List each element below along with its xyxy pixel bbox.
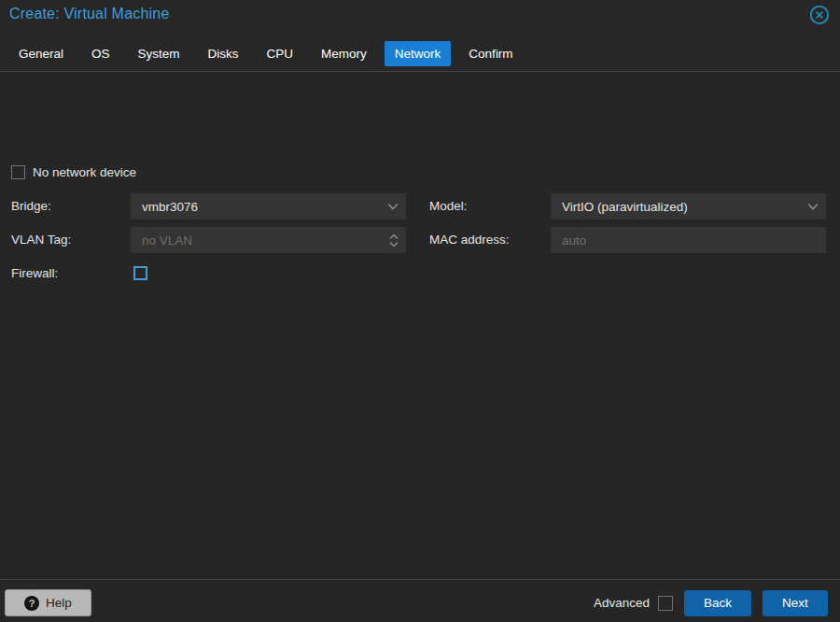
create-vm-dialog: Create: Virtual Machine General OS Syste… xyxy=(0,0,840,622)
bridge-label: Bridge: xyxy=(11,193,51,219)
close-icon[interactable] xyxy=(809,5,830,25)
question-mark-icon: ? xyxy=(24,596,39,611)
vlan-tag-input[interactable] xyxy=(131,227,383,253)
dialog-title: Create: Virtual Machine xyxy=(9,6,170,22)
tab-disks[interactable]: Disks xyxy=(198,41,249,66)
vlan-tag-spinner xyxy=(131,227,406,253)
footer-actions: Advanced Back Next xyxy=(594,589,828,616)
firewall-label: Firewall: xyxy=(11,261,58,287)
dialog-footer: ? Help Advanced Back Next xyxy=(0,579,840,622)
tab-confirm[interactable]: Confirm xyxy=(458,41,523,66)
model-value: VirtIO (paravirtualized) xyxy=(551,200,800,214)
mac-address-field xyxy=(551,227,826,253)
advanced-label: Advanced xyxy=(594,596,650,610)
advanced-checkbox[interactable] xyxy=(658,596,673,611)
back-button[interactable]: Back xyxy=(684,590,751,616)
dialog-titlebar: Create: Virtual Machine xyxy=(0,0,840,35)
tab-os[interactable]: OS xyxy=(81,41,120,66)
bridge-combobox[interactable]: vmbr3076 xyxy=(131,193,406,219)
tab-system[interactable]: System xyxy=(128,41,190,66)
mac-address-input[interactable] xyxy=(551,227,826,253)
no-network-device-row: No network device xyxy=(11,165,136,179)
tab-general[interactable]: General xyxy=(8,41,74,66)
mac-address-label: MAC address: xyxy=(429,227,510,253)
model-label: Model: xyxy=(429,193,468,219)
tab-cpu[interactable]: CPU xyxy=(257,41,304,66)
spinner-up-down-icon[interactable] xyxy=(383,227,406,253)
help-button-label: Help xyxy=(46,596,72,610)
chevron-down-icon[interactable] xyxy=(380,193,406,219)
model-combobox[interactable]: VirtIO (paravirtualized) xyxy=(551,193,826,219)
next-button[interactable]: Next xyxy=(763,590,828,616)
wizard-tabbar: General OS System Disks CPU Memory Netwo… xyxy=(0,35,840,72)
vlan-tag-label: VLAN Tag: xyxy=(11,227,71,253)
tab-network[interactable]: Network xyxy=(385,41,452,66)
bridge-value: vmbr3076 xyxy=(131,200,380,214)
chevron-down-icon[interactable] xyxy=(800,193,826,219)
no-network-device-label: No network device xyxy=(33,165,136,179)
firewall-checkbox[interactable] xyxy=(133,266,147,280)
network-form: No network device Bridge: vmbr3076 Model… xyxy=(0,73,840,579)
no-network-device-checkbox[interactable] xyxy=(11,165,25,179)
tab-memory[interactable]: Memory xyxy=(311,41,377,66)
help-button[interactable]: ? Help xyxy=(5,589,91,616)
